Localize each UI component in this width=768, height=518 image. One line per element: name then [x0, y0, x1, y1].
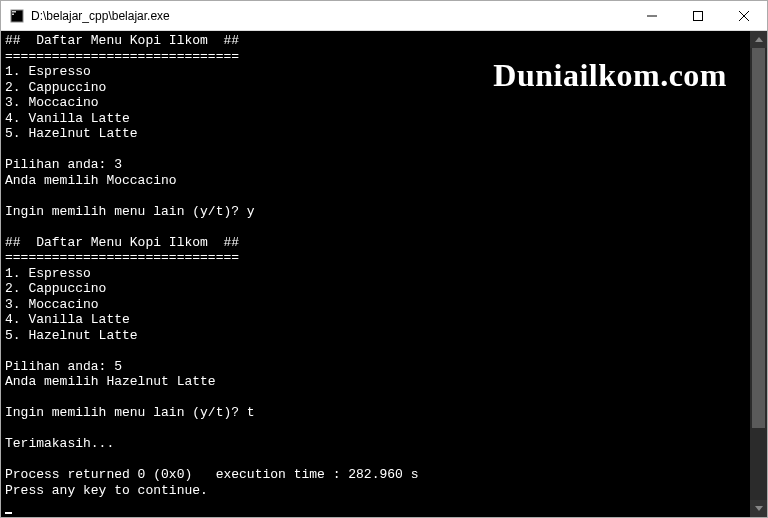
svg-marker-8 — [755, 506, 763, 511]
minimize-button[interactable] — [629, 1, 675, 30]
close-button[interactable] — [721, 1, 767, 30]
text-cursor — [5, 512, 12, 514]
app-icon — [9, 8, 25, 24]
window-controls — [629, 1, 767, 30]
scroll-down-button[interactable] — [750, 500, 767, 517]
scroll-up-button[interactable] — [750, 31, 767, 48]
svg-marker-7 — [755, 37, 763, 42]
maximize-button[interactable] — [675, 1, 721, 30]
titlebar[interactable]: D:\belajar_cpp\belajar.exe — [1, 1, 767, 31]
scrollbar[interactable] — [750, 31, 767, 517]
svg-rect-4 — [694, 11, 703, 20]
console-output: ## Daftar Menu Kopi Ilkom ## ===========… — [1, 31, 750, 517]
console-window: D:\belajar_cpp\belajar.exe ## Daftar Men… — [0, 0, 768, 518]
window-title: D:\belajar_cpp\belajar.exe — [31, 9, 629, 23]
svg-rect-1 — [12, 11, 16, 13]
scrollbar-thumb[interactable] — [752, 48, 765, 428]
console-area[interactable]: ## Daftar Menu Kopi Ilkom ## ===========… — [1, 31, 767, 517]
svg-rect-2 — [12, 13, 14, 15]
